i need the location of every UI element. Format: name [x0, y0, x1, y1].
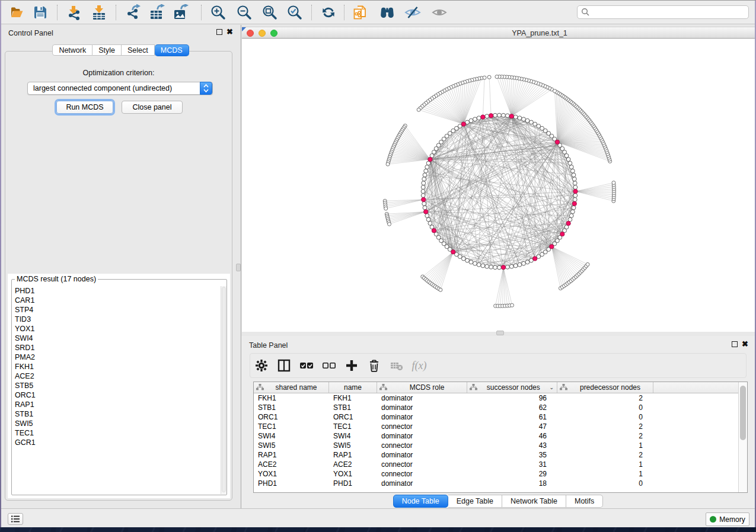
export-network-icon[interactable]	[124, 4, 142, 21]
minimize-window-icon[interactable]	[259, 30, 266, 37]
result-node-item[interactable]: RAP1	[12, 400, 221, 409]
deselect-all-rows-icon[interactable]	[318, 357, 340, 374]
float-table-panel-icon[interactable]	[732, 341, 738, 347]
result-node-item[interactable]: YOX1	[12, 324, 221, 334]
delete-column-icon[interactable]	[363, 357, 385, 374]
tab-select[interactable]: Select	[122, 44, 155, 56]
result-node-item[interactable]: STP4	[12, 305, 221, 315]
control-panel-tabs: NetworkStyleSelectMCDS	[1, 44, 240, 56]
column-header-successor-nodes[interactable]: successor nodes⌄	[467, 382, 557, 393]
column-header-MCDS-role[interactable]: MCDS role	[377, 382, 467, 393]
result-node-item[interactable]: FKH1	[12, 362, 221, 371]
zoom-selected-icon[interactable]	[285, 4, 303, 21]
clone-network-icon[interactable]	[351, 4, 369, 21]
result-node-item[interactable]: PMA2	[12, 352, 221, 362]
memory-button[interactable]: Memory	[706, 512, 749, 526]
tab-network[interactable]: Network	[52, 44, 92, 56]
column-header-predecessor-nodes[interactable]: predecessor nodes	[557, 382, 653, 393]
table-row[interactable]: TEC1TEC1connector472	[254, 422, 738, 431]
table-cell: SWI4	[329, 431, 377, 441]
table-cell: YOX1	[254, 469, 329, 479]
zoom-out-icon[interactable]	[235, 4, 253, 21]
refresh-icon[interactable]	[320, 4, 337, 21]
table-scrollbar[interactable]	[738, 382, 747, 492]
toolbar-separator	[344, 5, 344, 20]
import-network-icon[interactable]	[65, 4, 82, 21]
export-table-icon[interactable]	[148, 4, 166, 21]
find-icon[interactable]	[378, 4, 396, 21]
close-table-panel-icon[interactable]: ✖	[742, 341, 748, 347]
network-window-titlebar[interactable]: YPA_prune.txt_1	[242, 27, 755, 39]
table-row[interactable]: PHD1PHD1dominator180	[254, 479, 738, 488]
table-panel: Table Panel ✖	[241, 336, 755, 508]
result-node-item[interactable]: SWI4	[12, 334, 221, 343]
result-list-scrollbar[interactable]	[221, 286, 227, 494]
maximize-window-icon[interactable]	[270, 30, 277, 37]
select-all-rows-icon[interactable]	[295, 357, 318, 374]
table-cell: dominator	[377, 393, 467, 403]
zoom-fit-icon[interactable]	[260, 4, 278, 21]
result-node-item[interactable]: PHD1	[12, 286, 221, 296]
table-row[interactable]: SWI4SWI4dominator462	[254, 431, 738, 441]
function-builder-icon[interactable]: f(x)	[408, 357, 430, 374]
import-table-icon[interactable]	[90, 4, 108, 21]
tab-edge-table[interactable]: Edge Table	[448, 495, 502, 508]
column-layout-icon[interactable]	[273, 357, 295, 374]
result-node-item[interactable]: CAR1	[12, 296, 221, 305]
tab-network-table[interactable]: Network Table	[502, 495, 566, 508]
horizontal-splitter-handle[interactable]	[496, 331, 504, 335]
table-cell: ORC1	[329, 412, 377, 422]
result-node-item[interactable]: STB5	[12, 381, 221, 390]
table-row[interactable]: RAP1RAP1dominator352	[254, 450, 738, 460]
result-node-item[interactable]: SRD1	[12, 343, 221, 352]
control-panel-title: Control Panel	[8, 29, 53, 37]
result-node-item[interactable]: TID3	[12, 315, 221, 324]
table-row[interactable]: YOX1YOX1connector291	[254, 469, 738, 479]
run-mcds-button[interactable]: Run MCDS	[56, 101, 113, 114]
table-settings-icon[interactable]	[250, 357, 273, 374]
export-image-icon[interactable]	[172, 4, 190, 21]
table-cell: 35	[467, 450, 557, 460]
hide-selected-icon[interactable]	[404, 4, 422, 21]
toolbar-separator	[116, 5, 116, 20]
tab-node-table[interactable]: Node Table	[393, 495, 448, 508]
table-scrollbar-thumb[interactable]	[740, 386, 746, 440]
network-canvas[interactable]	[242, 39, 755, 332]
show-all-icon[interactable]	[430, 4, 448, 21]
result-node-item[interactable]: ACE2	[12, 371, 221, 381]
result-node-item[interactable]: SWI5	[12, 419, 221, 428]
table-cell: connector	[377, 469, 467, 479]
table-row[interactable]: STB1STB1dominator620	[254, 403, 738, 412]
open-file-icon[interactable]	[8, 4, 25, 21]
column-header-shared-name[interactable]: shared name	[254, 382, 329, 393]
optimization-criterion-select[interactable]: largest connected component (undirected)	[27, 82, 213, 95]
tab-mcds[interactable]: MCDS	[155, 44, 189, 56]
vertical-splitter-handle[interactable]	[236, 264, 241, 271]
float-panel-icon[interactable]	[216, 29, 222, 35]
tab-style[interactable]: Style	[92, 44, 122, 56]
table-cell: PHD1	[329, 479, 377, 488]
task-history-button[interactable]	[8, 513, 23, 525]
column-header-name[interactable]: name	[329, 382, 377, 393]
table-row[interactable]: ACE2ACE2connector311	[254, 460, 738, 469]
column-header-label: successor nodes	[477, 383, 549, 392]
search-input[interactable]	[577, 5, 749, 19]
result-node-item[interactable]: TEC1	[12, 428, 221, 438]
table-row[interactable]: SWI5SWI5connector431	[254, 441, 738, 450]
tab-motifs[interactable]: Motifs	[566, 495, 603, 508]
result-node-item[interactable]: GCR1	[12, 438, 221, 447]
close-panel-button[interactable]: Close panel	[122, 101, 183, 114]
table-cell: ACE2	[329, 460, 377, 469]
add-column-icon[interactable]	[340, 357, 363, 374]
close-window-icon[interactable]	[247, 30, 254, 37]
zoom-in-icon[interactable]	[209, 4, 227, 21]
save-session-icon[interactable]	[31, 4, 49, 21]
table-row[interactable]: FKH1FKH1dominator962	[254, 393, 738, 403]
result-node-item[interactable]: STB1	[12, 409, 221, 419]
table-panel-title: Table Panel	[249, 341, 288, 350]
table-row[interactable]: ORC1ORC1dominator610	[254, 412, 738, 422]
delete-table-icon[interactable]	[385, 357, 408, 374]
result-node-item[interactable]: ORC1	[12, 390, 221, 400]
close-panel-icon[interactable]: ✖	[227, 29, 233, 35]
column-type-icon	[256, 382, 264, 393]
